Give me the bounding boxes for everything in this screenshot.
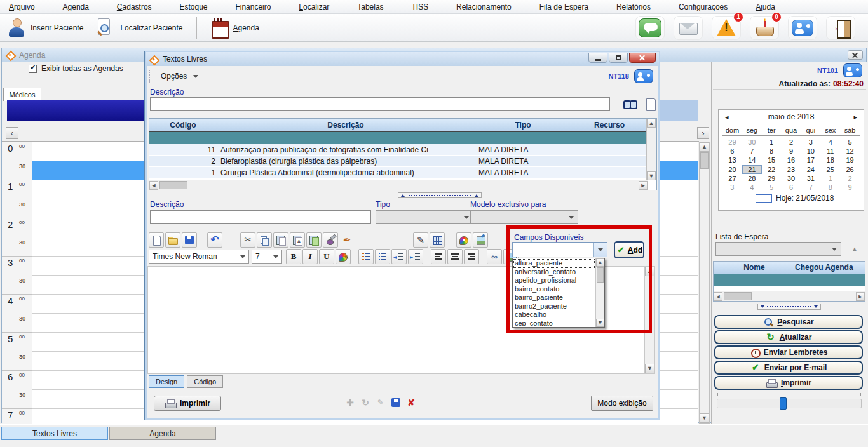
calendar-day-20[interactable]: 20 [722,165,742,174]
add-record-button[interactable] [344,397,356,408]
calendar-day-5[interactable]: 5 [840,138,860,147]
column-header-codigo[interactable]: Código [149,121,217,130]
splitter-handle[interactable] [398,192,482,198]
paste-text-button[interactable] [290,232,305,248]
calendar-day-19[interactable]: 19 [840,156,860,164]
font-size-select[interactable]: 7 [252,250,282,264]
table-horizontal-scrollbar[interactable]: ◄ ► [149,180,648,190]
opcoes-menu[interactable]: Opções [156,70,203,83]
calendar-day-6[interactable]: 6 [782,183,801,192]
menu-tabelas[interactable]: Tabelas [353,1,387,13]
calendar-day-25[interactable]: 25 [820,165,840,174]
tipo-dropdown[interactable] [376,210,473,224]
hyperlink-button[interactable] [487,249,502,264]
campo-option-cep-contato[interactable]: cep_contato [513,319,595,327]
close-button[interactable] [629,53,656,63]
font-family-select[interactable]: Times New Roman [149,250,249,264]
calendar-day-29[interactable]: 29 [722,138,742,147]
column-header-descricao[interactable]: Descrição [217,121,475,130]
numbered-list-button[interactable] [358,249,374,264]
scroll-down-icon[interactable]: ▼ [645,364,654,373]
editor-vertical-scrollbar[interactable]: ▲ ▼ [644,266,655,374]
calendar-day-18[interactable]: 18 [820,156,840,164]
campo-option-bairro-contato[interactable]: bairro_contato [513,285,595,294]
campo-option-apelido-profissional[interactable]: apelido_profissional [513,276,595,285]
scrollbar-thumb[interactable] [159,181,187,189]
calendar-day-1[interactable]: 1 [762,138,782,147]
scroll-up-icon[interactable]: ▲ [596,258,604,267]
slider-thumb[interactable] [780,397,787,410]
status-birthday-button[interactable]: 0 [750,16,779,40]
palette-button[interactable] [456,232,471,248]
menu-relacionamento[interactable]: Relacionamento [452,1,515,13]
binoculars-icon[interactable] [623,98,638,110]
calendar-day-4[interactable]: 4 [820,138,840,147]
descricao-input[interactable] [150,210,371,224]
button-pesquisar[interactable]: Pesquisar [714,315,863,329]
scroll-up-icon[interactable]: ▲ [645,267,654,276]
scroll-down-icon[interactable]: ▼ [596,319,604,327]
insert-table-button[interactable] [430,232,445,248]
calendar-day-1[interactable]: 1 [820,174,840,183]
calendar-day-27[interactable]: 27 [722,174,742,183]
refresh-record-button[interactable] [360,397,371,408]
calendar-day-16[interactable]: 16 [782,156,801,164]
calendar-next-button[interactable]: ▸ [853,113,857,121]
menu-estoque[interactable]: Estoque [175,1,211,13]
calendar-day-7[interactable]: 7 [801,183,820,192]
undo-button[interactable] [207,232,222,248]
campo-option-aniversario-contato[interactable]: aniversario_contato [513,268,595,277]
increase-indent-button[interactable] [408,249,423,264]
column-header-tipo[interactable]: Tipo [475,121,571,130]
campo-option-bairro-paciente[interactable]: bairro_paciente [513,293,595,302]
status-exit-button[interactable] [826,16,855,40]
status-mail-button[interactable] [674,16,703,40]
calendar-day-26[interactable]: 26 [840,165,860,174]
selected-row[interactable] [149,132,648,144]
italic-button[interactable] [302,249,318,264]
open-file-button[interactable] [165,232,180,248]
calendar-prev-button[interactable]: ◂ [725,113,729,121]
collapse-panel-button[interactable]: ▲ [846,245,863,255]
menu-relatorios[interactable]: Relatórios [613,1,654,13]
status-alert-button[interactable]: 1 [712,16,741,40]
button-enviar-lembretes[interactable]: Enviar Lembretes [714,345,863,359]
menu-cadastros[interactable]: Cadastros [113,1,156,13]
find-patient-button[interactable]: Localizar Paciente [92,16,185,40]
clean-button[interactable] [323,232,338,248]
scrollbar-thumb[interactable] [597,267,604,283]
save-button[interactable] [182,232,197,248]
menu-configuracoes[interactable]: Configurações [675,1,731,13]
calendar-day-14[interactable]: 14 [742,156,762,164]
status-contacts-button[interactable] [788,16,817,40]
menu-arquivo[interactable]: Arquivo [5,1,39,13]
today-label[interactable]: Hoje: 21/05/2018 [776,194,834,203]
format-brush-button[interactable] [339,232,355,248]
bullet-list-button[interactable] [375,249,390,264]
new-document-icon[interactable] [644,98,656,110]
calendar-day-2[interactable]: 2 [840,174,860,183]
calendar-day-29[interactable]: 29 [762,174,782,183]
scroll-up-icon[interactable]: ▲ [700,142,709,152]
align-center-button[interactable] [447,249,463,264]
bold-button[interactable] [286,249,301,264]
status-chat-button[interactable] [635,16,665,40]
imprimir-button[interactable]: Imprimir [154,396,221,411]
calendar-day-3[interactable]: 3 [801,138,820,147]
calendar-day-7[interactable]: 7 [742,147,762,156]
modo-exibicao-button[interactable]: Modo exibição [591,396,653,411]
espera-selected-row[interactable] [714,274,865,286]
show-all-agendas-checkbox[interactable]: Exibir todas as Agendas [29,64,123,73]
calendar-day-12[interactable]: 12 [840,147,860,156]
agenda-button[interactable]: Agenda [208,17,261,39]
zoom-slider[interactable] [717,399,862,408]
scroll-right-icon[interactable]: ► [639,181,648,190]
agenda-close-button[interactable] [848,50,863,60]
underline-button[interactable] [319,249,334,264]
calendar-day-13[interactable]: 13 [722,156,742,164]
table-row[interactable]: 1Cirurgia Plástica Abdominal (dermolipec… [149,167,648,178]
calendar-day-9[interactable]: 9 [840,183,860,192]
new-document-button[interactable] [149,232,164,248]
tab-codigo[interactable]: Código [187,375,223,388]
menu-localizar[interactable]: Localizar [295,1,333,13]
